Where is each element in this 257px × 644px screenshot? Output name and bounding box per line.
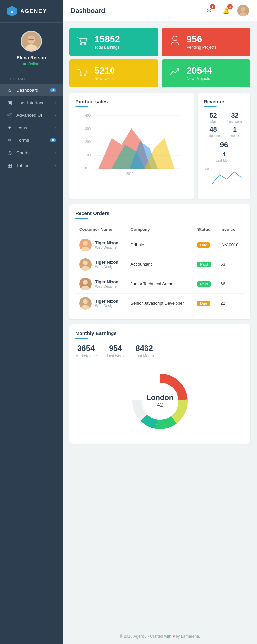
stat-info-pending: 956 Pending Projects: [187, 34, 244, 50]
sidebar: ▲ AGENCY Elena Retson Online General ⌂ D…: [0, 0, 63, 644]
dashboard-badge: 3: [50, 88, 56, 92]
invoice-cell-3: 22: [216, 293, 244, 313]
table-row: Tiger Nixon Web Designer Senior Javascri…: [75, 293, 244, 313]
sidebar-item-forms[interactable]: ✏ Forms 8: [0, 134, 63, 146]
customer-avatar-0: [79, 239, 92, 251]
sidebar-item-tables[interactable]: ▦ Tables ›: [0, 159, 63, 171]
customer-cell-0: Tiger Nixon Web Designer: [75, 235, 126, 255]
table-icon: ▦: [7, 163, 13, 168]
customer-avatar-1: [79, 258, 92, 271]
svg-point-43: [83, 299, 88, 304]
stat-number-total-earnings: 15852: [94, 34, 152, 45]
rev-stat-2: 32 Last week: [225, 112, 244, 124]
company-cell-3: Senior Javascript Developer: [126, 293, 193, 313]
monitor-icon: ▣: [7, 100, 13, 105]
svg-point-34: [83, 241, 88, 246]
rev-stat-1: 52 Mar: [204, 112, 223, 124]
svg-text:100: 100: [205, 168, 209, 170]
rev-label-3: ketp lace: [204, 134, 223, 138]
chevron-right-icon-2: ›: [55, 113, 56, 117]
monthly-stat-marketplace: 3654 Marketplace: [75, 344, 97, 358]
status-badge-0: Due: [197, 242, 210, 248]
invoice-cell-0: INV-0010: [216, 235, 244, 255]
monthly-underline: [75, 338, 88, 339]
customer-role-3: Web Designer: [95, 304, 118, 308]
stats-grid: 15852 Total Earnings 956 Pending Project…: [69, 28, 250, 87]
stat-label-users: New Users: [94, 77, 152, 81]
product-sales-chart: 400 300 200 100 0: [75, 112, 188, 178]
svg-point-5: [241, 7, 245, 12]
stat-number-pending: 956: [187, 34, 244, 45]
customer-avatar-3: [79, 297, 92, 310]
heart-icon: ♥: [172, 634, 176, 639]
customer-name-1: Tiger Nixon: [95, 260, 118, 265]
rev-label-4: wee k: [225, 134, 244, 138]
chevron-right-icon: ›: [55, 101, 56, 105]
col-status: Status: [193, 224, 217, 235]
svg-text:42: 42: [157, 402, 163, 408]
status-cell-0: Due: [193, 235, 217, 255]
table-header-row: Costumer Name Company Status Invoice: [75, 224, 244, 235]
invoice-cell-2: 66: [216, 274, 244, 293]
monthly-stat-lastweek: 954 Last week: [107, 344, 124, 358]
invoice-cell-1: 63: [216, 255, 244, 274]
company-cell-2: Junior Technical Author: [126, 274, 193, 293]
customer-role-2: Web Designer: [95, 284, 118, 288]
stat-total-earnings: 15852 Total Earnings: [69, 28, 158, 56]
sidebar-item-dashboard[interactable]: ⌂ Dashboard 3: [0, 84, 63, 96]
svg-text:200: 200: [85, 140, 91, 144]
user-avatar[interactable]: [237, 5, 249, 16]
svg-text:400: 400: [85, 114, 91, 117]
cart-icon: 🛒: [7, 112, 13, 118]
cart-stat-icon-2: [76, 65, 89, 81]
stat-info-total-earnings: 15852 Total Earnings: [94, 34, 152, 50]
rev-big-number: 964: [204, 141, 244, 158]
footer-suffix: by Lamarena.: [176, 634, 200, 639]
product-sales-title: Product sales: [75, 99, 188, 104]
svg-text:100: 100: [85, 153, 91, 157]
sidebar-nav: General ⌂ Dashboard 3 ▣ User Interface ›…: [0, 72, 63, 644]
stat-label-projects: New Projects: [187, 77, 244, 81]
avatar: [21, 31, 42, 52]
nav-label-forms: Forms: [16, 138, 46, 143]
chevron-right-icon-4: ›: [55, 151, 56, 155]
stat-label-pending: Pending Projects: [187, 45, 244, 50]
rev-label-1: Mar: [204, 120, 223, 124]
rev-number-2: 32: [225, 112, 244, 119]
monthly-number-lastweek: 954: [107, 344, 124, 353]
monthly-label-lastmonth: Last Month: [134, 354, 154, 358]
mail-button[interactable]: ✉ 5: [203, 5, 215, 16]
star-icon: ✦: [7, 125, 13, 130]
svg-text:London: London: [146, 393, 173, 402]
rev-big-stat: 964 Last Month: [204, 141, 244, 162]
stat-info-projects: 20544 New Projects: [187, 66, 244, 81]
svg-point-9: [84, 43, 86, 45]
footer: © 2018 Agency - Crafted with ♥ by Lamare…: [63, 629, 257, 644]
table-row: Tiger Nixon Web Designer Junior Technica…: [75, 274, 244, 293]
product-sales-card: Product sales 400 300 200 100 0: [69, 93, 194, 199]
bell-button[interactable]: 🔔 3: [220, 5, 232, 16]
svg-point-10: [173, 36, 177, 41]
sidebar-item-advanced-ui[interactable]: 🛒 Advanced UI ›: [0, 109, 63, 121]
status-badge-1: Paid: [197, 262, 211, 267]
form-icon: ✏: [7, 138, 13, 143]
monthly-number-lastmonth: 8462: [134, 344, 154, 353]
svg-point-37: [83, 261, 88, 265]
sidebar-item-charts[interactable]: ◷ Charts ›: [0, 146, 63, 159]
stat-info-users: 5210 New Users: [94, 66, 152, 81]
cart-stat-icon: [76, 34, 89, 50]
svg-text:2010: 2010: [126, 172, 134, 176]
status-badge-2: Paid: [197, 281, 211, 287]
nav-label-charts: Charts: [16, 150, 51, 155]
monthly-earnings-title: Monthly Earnings: [75, 330, 244, 336]
donut-chart: London 42: [127, 368, 193, 434]
monthly-stat-lastmonth: 8462 Last Month: [134, 344, 154, 358]
status-cell-3: Due: [193, 293, 217, 313]
main-content: Dashboard ✉ 5 🔔 3: [63, 0, 257, 644]
sidebar-profile: Elena Retson Online: [0, 23, 63, 72]
sidebar-item-user-interface[interactable]: ▣ User Interface ›: [0, 96, 63, 109]
bell-badge: 3: [227, 4, 233, 9]
sidebar-item-icons[interactable]: ✦ Icons ›: [0, 121, 63, 134]
stat-pending-projects: 956 Pending Projects: [162, 28, 251, 56]
svg-rect-11: [77, 69, 78, 70]
